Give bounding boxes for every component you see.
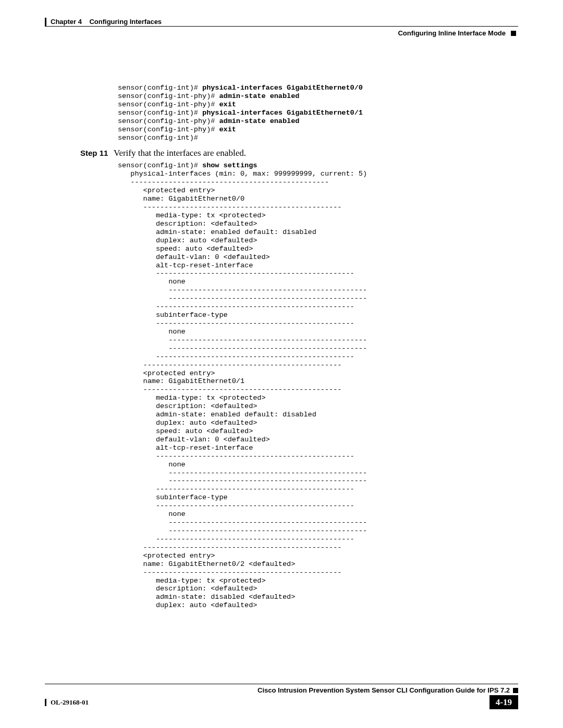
step-text: Verify that the interfaces are enabled. <box>114 148 246 158</box>
code-line: <protected entry> <box>118 187 215 194</box>
running-header: Chapter 4 Configuring Interfaces Configu… <box>45 18 518 37</box>
code-line: default-vlan: 0 <defaulted> <box>118 436 270 443</box>
code-line: none <box>118 328 186 336</box>
book-title: Cisco Intrusion Prevention System Sensor… <box>45 686 513 694</box>
code-line: alt-tcp-reset-interface <box>118 444 253 452</box>
code-line: duplex: auto <defaulted> <box>118 601 257 609</box>
code-line: duplex: auto <defaulted> <box>118 237 257 244</box>
step-row: Step 11 Verify that the interfaces are e… <box>118 148 518 158</box>
code-line: ----------------------------------------… <box>118 344 367 352</box>
code-line: description: <defaulted> <box>118 220 257 228</box>
code-line: ----------------------------------------… <box>118 203 341 211</box>
code-cmd: exit <box>219 126 236 133</box>
cli-block-1: sensor(config-int)# physical-interfaces … <box>118 84 518 142</box>
chapter-title: Configuring Interfaces <box>89 18 162 26</box>
code-cmd: exit <box>219 101 236 108</box>
code-line: ----------------------------------------… <box>118 519 367 526</box>
code-line: description: <defaulted> <box>118 585 257 593</box>
code-line: ----------------------------------------… <box>118 502 354 510</box>
code-line: ----------------------------------------… <box>118 361 341 369</box>
code-line: sensor(config-int-phy)# <box>118 101 219 108</box>
page-number: 4-19 <box>489 695 518 709</box>
code-line: ----------------------------------------… <box>118 544 341 551</box>
code-line: subinterface-type <box>118 493 228 501</box>
code-line: none <box>118 278 186 286</box>
code-line: media-type: tx <protected> <box>118 394 266 402</box>
code-line: <protected entry> <box>118 552 215 560</box>
code-line: ----------------------------------------… <box>118 469 367 477</box>
code-line: media-type: tx <protected> <box>118 577 266 585</box>
header-square-icon <box>511 31 516 36</box>
code-line: media-type: tx <protected> <box>118 212 266 219</box>
code-cmd: physical-interfaces GigabitEthernet0/0 <box>202 84 363 92</box>
code-line: ----------------------------------------… <box>118 535 354 543</box>
footer-bar-icon <box>45 699 46 706</box>
code-line: ----------------------------------------… <box>118 386 341 393</box>
code-line: ----------------------------------------… <box>118 477 367 485</box>
code-line: none <box>118 461 186 468</box>
code-line: admin-state: enabled default: disabled <box>118 411 316 418</box>
code-line: ----------------------------------------… <box>118 452 354 460</box>
code-line: name: GigabitEthernet0/0 <box>118 195 244 203</box>
code-line: ----------------------------------------… <box>118 286 367 294</box>
code-line: ----------------------------------------… <box>118 353 354 361</box>
page-body: sensor(config-int)# physical-interfaces … <box>118 84 518 610</box>
code-line: sensor(config-int)# <box>118 134 198 142</box>
code-line: ----------------------------------------… <box>118 485 354 493</box>
code-line: sensor(config-int-phy)# <box>118 92 219 100</box>
code-line: subinterface-type <box>118 311 228 319</box>
code-line: ----------------------------------------… <box>118 269 354 277</box>
code-line: speed: auto <defaulted> <box>118 245 253 253</box>
cli-block-2: sensor(config-int)# show settings physic… <box>118 162 518 610</box>
code-cmd: show settings <box>202 162 257 169</box>
code-line: ----------------------------------------… <box>118 303 354 311</box>
code-line: alt-tcp-reset-interface <box>118 262 253 269</box>
chapter-label: Chapter 4 <box>51 18 82 26</box>
header-left: Chapter 4 Configuring Interfaces <box>45 18 162 26</box>
code-line: sensor(config-int)# <box>118 84 202 92</box>
code-cmd: admin-state enabled <box>219 92 299 100</box>
code-line: ----------------------------------------… <box>118 319 354 327</box>
code-line: name: GigabitEthernet0/1 <box>118 377 244 385</box>
code-line: sensor(config-int-phy)# <box>118 117 219 125</box>
code-cmd: admin-state enabled <box>219 117 299 125</box>
code-line: sensor(config-int)# <box>118 162 202 169</box>
code-line: sensor(config-int)# <box>118 109 202 117</box>
code-line: default-vlan: 0 <defaulted> <box>118 253 270 261</box>
code-line: none <box>118 510 186 518</box>
code-line: sensor(config-int-phy)# <box>118 126 219 133</box>
code-line: ----------------------------------------… <box>118 569 341 576</box>
code-line: name: GigabitEthernet0/2 <defaulted> <box>118 560 295 568</box>
code-line: ----------------------------------------… <box>118 336 367 344</box>
code-cmd: physical-interfaces GigabitEthernet0/1 <box>202 109 363 117</box>
code-line: ----------------------------------------… <box>118 178 329 186</box>
step-label: Step 11 <box>80 149 112 157</box>
code-line: speed: auto <defaulted> <box>118 427 253 435</box>
code-line: ----------------------------------------… <box>118 294 367 302</box>
code-line: admin-state: enabled default: disabled <box>118 228 316 236</box>
code-line: admin-state: disabled <defaulted> <box>118 593 295 601</box>
code-line: duplex: auto <defaulted> <box>118 419 257 427</box>
header-rule <box>45 26 518 27</box>
section-title: Configuring Inline Interface Mode <box>398 29 506 37</box>
doc-id: OL-29168-01 <box>51 698 89 707</box>
code-line: description: <defaulted> <box>118 402 257 410</box>
code-line: <protected entry> <box>118 369 215 377</box>
code-line: physical-interfaces (min: 0, max: 999999… <box>118 170 367 178</box>
footer-rule <box>45 684 518 684</box>
footer-square-icon <box>513 688 518 693</box>
running-footer: Cisco Intrusion Prevention System Sensor… <box>45 684 518 709</box>
code-line: ----------------------------------------… <box>118 527 367 535</box>
